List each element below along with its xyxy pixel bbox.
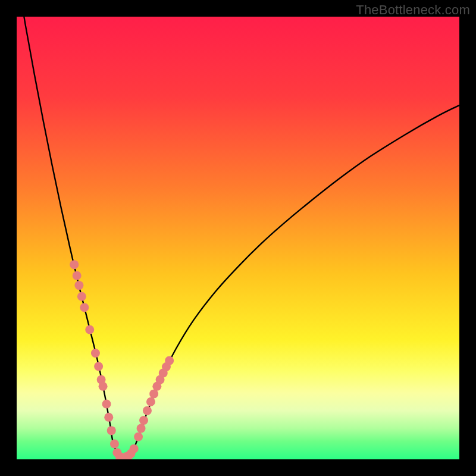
- marker-dot: [99, 382, 108, 391]
- bottleneck-curve: [17, 17, 459, 458]
- marker-dot: [107, 426, 116, 435]
- curve-layer: [17, 17, 459, 459]
- plot-area: [17, 17, 459, 459]
- marker-dot: [102, 400, 111, 409]
- marker-dot: [110, 439, 119, 448]
- marker-dot: [91, 349, 100, 358]
- marker-dot: [165, 356, 174, 365]
- marker-dot: [73, 271, 82, 280]
- marker-dot: [143, 406, 152, 415]
- watermark-text: TheBottleneck.com: [356, 2, 470, 18]
- marker-dot: [74, 281, 83, 290]
- curve-markers: [70, 260, 174, 459]
- marker-dot: [80, 303, 89, 312]
- marker-dot: [146, 397, 155, 406]
- marker-dot: [77, 292, 86, 301]
- marker-dot: [104, 413, 113, 422]
- marker-dot: [70, 260, 79, 269]
- marker-dot: [130, 444, 139, 453]
- marker-dot: [134, 433, 143, 441]
- marker-dot: [137, 424, 146, 433]
- marker-dot: [94, 362, 103, 371]
- chart-frame: TheBottleneck.com: [0, 0, 476, 476]
- marker-dot: [85, 325, 94, 334]
- marker-dot: [139, 416, 148, 425]
